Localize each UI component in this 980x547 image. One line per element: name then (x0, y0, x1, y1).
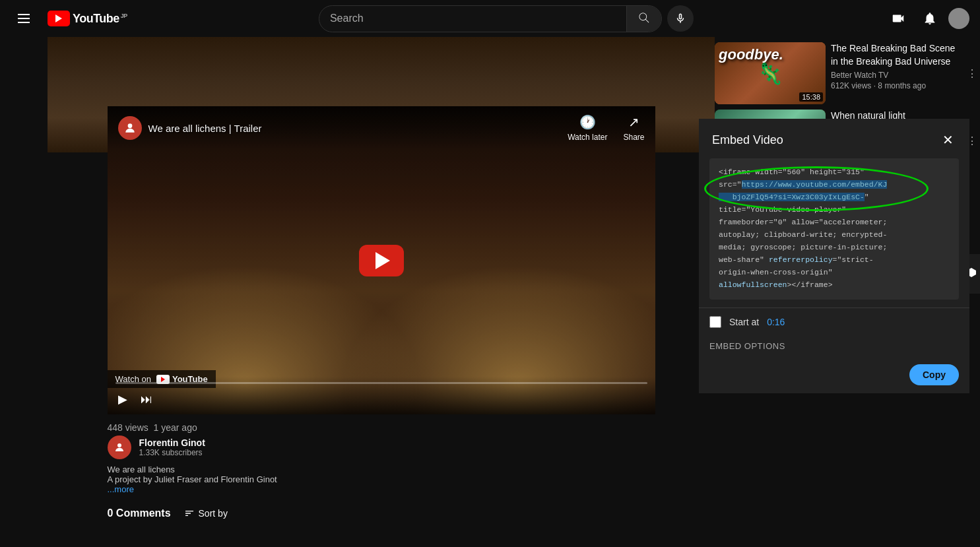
rec-duration-1: 15:38 (799, 92, 823, 102)
share-icon: ↗ (628, 114, 639, 130)
rec-item[interactable]: 🦎 goodbye. 15:38 The Real Breaking Bad S… (715, 42, 980, 104)
search-input[interactable] (319, 7, 626, 30)
share-button[interactable]: ↗ Share (623, 114, 644, 142)
embed-title: Embed Video (712, 133, 783, 147)
video-controls: ▶ ⏭ (108, 377, 655, 414)
copy-button[interactable]: Copy (909, 364, 959, 385)
embed-footer: Copy (699, 356, 969, 393)
header-right (885, 5, 969, 32)
sort-by-label: Sort by (199, 508, 228, 519)
embed-header: Embed Video ✕ (699, 119, 969, 158)
comments-count: 0 Comments (108, 507, 171, 519)
play-button[interactable] (359, 245, 404, 276)
subscriber-count: 1.33K subscribers (139, 448, 205, 457)
hamburger-menu-button[interactable] (11, 5, 37, 32)
next-button[interactable]: ⏭ (138, 390, 155, 409)
embed-code-block: <iframe width="560" height="315" src="ht… (719, 166, 950, 292)
center-content: We are all lichens | Trailer 🕐 Watch lat… (48, 37, 715, 532)
voice-search-button[interactable] (667, 5, 694, 32)
below-video: 448 views 1 year ago Florentin Ginot 1.3… (108, 414, 655, 532)
rec-meta-1: 612K views · 8 months ago (831, 81, 959, 90)
video-description: We are all lichens A project by Juliet F… (108, 465, 655, 494)
rec-more-button-1[interactable]: ⋮ (964, 42, 980, 104)
embed-code-area: <iframe width="560" height="315" src="ht… (709, 158, 959, 300)
embed-options-section: EMBED OPTIONS (699, 333, 969, 356)
notifications-button[interactable] (917, 5, 943, 32)
left-sidebar (0, 37, 48, 532)
video-thumbnail[interactable]: We are all lichens | Trailer 🕐 Watch lat… (108, 106, 655, 414)
header: YouTubeJP (0, 0, 980, 37)
search-button[interactable] (626, 6, 661, 32)
controls-row: ▶ ⏭ (115, 389, 647, 409)
rec-info-1: The Real Breaking Bad Scene in the Break… (831, 42, 959, 104)
embed-panel: Embed Video ✕ <iframe width="560" height… (699, 119, 969, 393)
video-top-bar: We are all lichens | Trailer 🕐 Watch lat… (108, 106, 655, 150)
search-container (319, 5, 662, 32)
user-avatar[interactable] (948, 8, 969, 29)
more-button[interactable]: ...more (108, 484, 134, 494)
youtube-logo-icon (48, 11, 70, 26)
header-left: YouTubeJP (11, 5, 127, 32)
youtube-logo[interactable]: YouTubeJP (48, 11, 127, 26)
rec-title-1: The Real Breaking Bad Scene in the Break… (831, 42, 959, 68)
video-player: We are all lichens | Trailer 🕐 Watch lat… (108, 106, 655, 414)
svg-point-1 (117, 443, 121, 447)
embed-url-highlight: https://www.youtube.com/embed/KJ bjoZFlQ… (719, 180, 887, 201)
comments-header: 0 Comments Sort by (108, 497, 655, 525)
rec-channel-1: Better Watch TV (831, 71, 959, 80)
progress-bar[interactable] (115, 382, 647, 384)
views-info: 448 views 1 year ago (108, 422, 655, 433)
channel-info: Florentin Ginot 1.33K subscribers (139, 437, 205, 457)
video-title-row: We are all lichens | Trailer (118, 116, 262, 140)
video-title-text: We are all lichens | Trailer (148, 123, 262, 134)
rec-thumbnail-1: 🦎 goodbye. 15:38 (715, 42, 826, 104)
video-player-wrapper: We are all lichens | Trailer 🕐 Watch lat… (108, 113, 655, 414)
watch-later-icon: 🕐 (579, 114, 596, 130)
sort-by-button[interactable]: Sort by (184, 508, 228, 519)
create-button[interactable] (885, 5, 911, 32)
channel-avatar-small[interactable] (118, 116, 142, 140)
embed-close-button[interactable]: ✕ (940, 129, 956, 150)
start-at-checkbox[interactable] (709, 316, 721, 328)
youtube-logo-text: YouTubeJP (73, 12, 127, 26)
watch-later-button[interactable]: 🕐 Watch later (568, 114, 607, 142)
video-top-actions: 🕐 Watch later ↗ Share (568, 114, 644, 142)
start-time[interactable]: 0:16 (767, 317, 785, 327)
embed-options-row: Start at 0:16 (699, 311, 969, 333)
channel-row: Florentin Ginot 1.33K subscribers (108, 435, 655, 459)
start-at-label: Start at (729, 317, 759, 327)
channel-name[interactable]: Florentin Ginot (139, 437, 205, 448)
svg-point-0 (127, 123, 132, 128)
channel-avatar[interactable] (108, 435, 131, 459)
header-center (138, 5, 874, 32)
embed-divider (699, 307, 969, 308)
play-pause-button[interactable]: ▶ (115, 389, 130, 409)
hamburger-icon (13, 9, 35, 28)
